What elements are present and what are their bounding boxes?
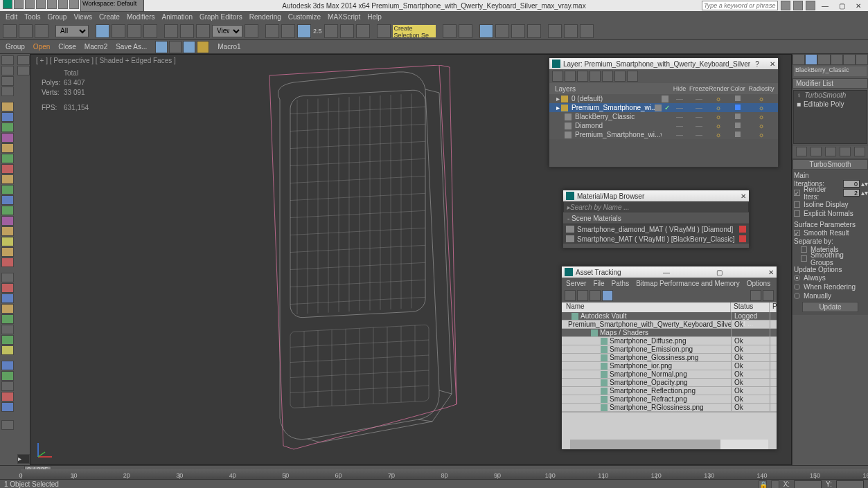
cat-pyramid-icon[interactable] <box>1 247 14 257</box>
show-end-result-icon[interactable] <box>811 147 822 156</box>
listener-icon[interactable] <box>1 420 14 430</box>
cat-spacewarps-icon[interactable] <box>1 154 14 163</box>
ext-8-icon[interactable] <box>1 345 14 355</box>
cat-teapot-icon[interactable] <box>1 216 14 226</box>
undo-icon[interactable] <box>3 24 17 38</box>
material-row[interactable]: Smartphone_MAT ( VRayMtl ) [BlackBerry_C… <box>563 234 749 244</box>
menu-customize[interactable]: Customize <box>288 13 321 21</box>
brush-1-icon[interactable] <box>17 55 30 65</box>
mirror-icon[interactable] <box>443 24 457 38</box>
object-name-field[interactable]: BlackBerry_Classic <box>794 66 867 76</box>
ext-3-icon[interactable] <box>1 293 14 303</box>
macro-group[interactable]: Group <box>6 43 25 51</box>
play-script-icon[interactable]: ▸ <box>17 454 30 464</box>
asset-row[interactable]: Smartphone_Opacity.pngOk <box>562 379 777 387</box>
help-search-input[interactable] <box>702 1 778 10</box>
tab-display-icon[interactable] <box>843 54 856 65</box>
cat-tube-icon[interactable] <box>1 237 14 246</box>
close-button[interactable]: ✕ <box>851 1 865 10</box>
layer-panel-close-icon[interactable]: ✕ <box>770 60 775 68</box>
cat-systems-icon[interactable] <box>1 164 14 174</box>
layer-row[interactable]: ▸0 (default)——☼☼ <box>549 94 778 103</box>
asset-row[interactable]: Smartphone_Normal.pngOk <box>562 370 777 379</box>
qat-open-icon[interactable] <box>25 0 35 9</box>
tab-create-icon[interactable] <box>792 54 805 65</box>
asset-list[interactable]: Autodesk VaultLogged Out ...Premium_Smar… <box>562 312 777 412</box>
cat-helpers-icon[interactable] <box>1 143 14 153</box>
layer-panel-help-icon[interactable]: ? <box>755 60 759 68</box>
qat-undo-icon[interactable] <box>47 0 57 9</box>
material-row[interactable]: Smartphone_diamond_MAT ( VRayMtl ) [Diam… <box>563 224 749 234</box>
tab-motion-icon[interactable] <box>831 54 843 65</box>
viewport-label[interactable]: [ + ] [ Perspective ] [ Shaded + Edged F… <box>36 57 176 64</box>
asset-menu-file[interactable]: File <box>593 280 604 287</box>
asset-row[interactable]: Smartphone_Refract.pngOk <box>562 395 777 404</box>
menu-help[interactable]: Help <box>367 13 382 21</box>
layer-row[interactable]: Diamond——☼☼ <box>549 121 778 130</box>
asset-hscrollbar[interactable]: ◂▸ <box>562 440 777 449</box>
menu-maxscript[interactable]: MAXScript <box>328 13 360 21</box>
select-object-icon[interactable] <box>96 24 109 38</box>
asset-row[interactable]: Maps / Shaders <box>562 329 777 337</box>
update-rendering-radio[interactable] <box>794 284 800 290</box>
ext-7-icon[interactable] <box>1 335 14 345</box>
named-sel-edit-icon[interactable] <box>377 24 391 38</box>
asset-menu-bitmap-performance-and-memory[interactable]: Bitmap Performance and Memory <box>636 280 740 287</box>
asset-view2-icon[interactable] <box>590 290 601 301</box>
asset-row[interactable]: Smartphone_ior.pngOk <box>562 362 777 370</box>
make-unique-icon[interactable] <box>825 147 836 156</box>
menu-modifiers[interactable]: Modifiers <box>127 13 155 21</box>
qat-new-icon[interactable] <box>14 0 24 9</box>
remove-modifier-icon[interactable] <box>840 147 851 156</box>
align-icon[interactable] <box>459 24 472 38</box>
asset-view3-icon[interactable] <box>602 290 613 301</box>
app-icon[interactable] <box>3 0 12 9</box>
ext-2-icon[interactable] <box>1 283 14 293</box>
configure-sets-icon[interactable] <box>854 147 865 156</box>
ref-coord-dropdown[interactable]: View <box>212 25 242 37</box>
isoline-checkbox[interactable] <box>794 201 800 208</box>
pivot-icon[interactable] <box>245 24 258 38</box>
comm-center-icon[interactable] <box>781 1 790 10</box>
qat-redo-icon[interactable] <box>58 0 68 9</box>
layer-manager-icon[interactable] <box>479 24 493 38</box>
highlight-icon[interactable] <box>602 71 613 82</box>
asset-row[interactable]: Smartphone_Glossiness.pngOk <box>562 354 777 362</box>
explicit-normals-checkbox[interactable] <box>794 210 800 217</box>
cat-shapes-icon[interactable] <box>1 112 14 122</box>
macro-icon-1[interactable] <box>155 41 168 53</box>
spinner-snap-icon[interactable] <box>356 24 370 38</box>
brush-2-icon[interactable] <box>17 66 30 75</box>
modifier-list-dropdown[interactable]: Modifier List <box>792 78 868 89</box>
render-iters-input[interactable] <box>843 189 860 197</box>
layer-list[interactable]: ▸0 (default)——☼☼▸Premium_Smartphone_wi..… <box>549 94 778 139</box>
scale-icon[interactable] <box>196 24 210 38</box>
select-manipulate-icon[interactable] <box>265 24 279 38</box>
macro-close[interactable]: Close <box>58 43 76 51</box>
material-search-input[interactable]: ▸ Search by Name ... <box>563 201 749 213</box>
sep-smgroups-checkbox[interactable] <box>801 255 807 262</box>
workspace-dropdown[interactable]: Workspace: Default <box>80 0 144 12</box>
select-region-icon[interactable] <box>127 24 141 38</box>
window-crossing-icon[interactable] <box>143 24 157 38</box>
select-by-layer-icon[interactable] <box>590 71 601 82</box>
maximize-button[interactable]: ▢ <box>835 1 849 10</box>
layer-row[interactable]: BlackBerry_Classic——☼☼ <box>549 112 778 121</box>
macro-icon-2[interactable] <box>169 41 181 53</box>
tab-utilities-icon[interactable] <box>856 54 868 65</box>
macro-macro2[interactable]: Macro2 <box>85 43 107 51</box>
menu-tools[interactable]: Tools <box>24 13 40 21</box>
cat-cone-icon[interactable] <box>1 226 14 236</box>
snap-options-icon[interactable] <box>1 55 14 65</box>
angle-snap-icon[interactable] <box>324 24 338 38</box>
cat-torus-icon[interactable] <box>1 206 14 215</box>
ext-11-icon[interactable] <box>1 381 14 391</box>
timeline[interactable]: 0 / 225 01020304050607080901001101201301… <box>0 465 868 479</box>
menu-animation[interactable]: Animation <box>161 13 192 21</box>
asset-menu-server[interactable]: Server <box>566 280 586 287</box>
ext-9-icon[interactable] <box>1 361 14 370</box>
ext-4-icon[interactable] <box>1 304 14 314</box>
ext-10-icon[interactable] <box>1 371 14 381</box>
menu-views[interactable]: Views <box>73 13 92 21</box>
coord-x-input[interactable] <box>794 480 822 489</box>
